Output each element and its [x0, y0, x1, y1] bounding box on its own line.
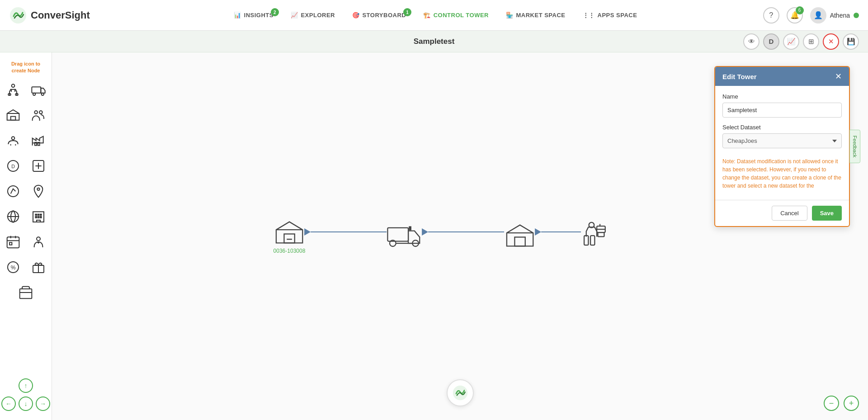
panel-footer: Cancel Save — [715, 200, 849, 226]
top-navigation: ConverSight 📊 INSIGHTS 2 📈 EXPLORER 🎯 ST… — [0, 0, 868, 31]
flow-node-worker[interactable] — [581, 221, 613, 252]
warehouse-icon[interactable] — [3, 105, 23, 125]
box-location-icon[interactable] — [28, 181, 48, 201]
svg-rect-38 — [598, 232, 604, 236]
growth-icon[interactable] — [3, 181, 23, 201]
medical-icon[interactable] — [28, 156, 48, 176]
user-name: Athena — [830, 12, 850, 19]
svg-point-17 — [37, 188, 39, 190]
save-button-header[interactable]: 💾 — [843, 33, 859, 50]
logo-text: ConverSight — [31, 9, 90, 21]
save-icon: 💾 — [847, 38, 855, 46]
notification-button[interactable]: 🔔 6 — [787, 7, 803, 24]
worker-icon[interactable] — [3, 80, 23, 100]
engineer-icon[interactable] — [28, 232, 48, 252]
notification-badge: 6 — [796, 6, 804, 14]
logo-bubble — [447, 379, 474, 406]
dataset-select[interactable]: CheapJoes — [722, 133, 842, 148]
warehouse2-icon — [504, 222, 536, 249]
chart-icon: 📈 — [787, 38, 796, 46]
control-tower-icon: 🏗️ — [423, 12, 431, 19]
nav-up-button[interactable]: ↑ — [19, 378, 33, 393]
svg-text:%: % — [11, 264, 16, 271]
svg-rect-22 — [9, 242, 12, 245]
nav-item-market-space[interactable]: 🏪 MARKET SPACE — [499, 9, 573, 21]
factory-icon[interactable] — [28, 131, 48, 151]
panel-close-button[interactable]: ✕ — [835, 72, 842, 80]
nav-right-button[interactable]: → — [36, 396, 50, 411]
nav-item-control-tower[interactable]: 🏗️ CONTROL TOWER — [416, 9, 496, 21]
table-icon: ⊞ — [808, 38, 814, 46]
nav-left-button[interactable]: ← — [1, 396, 16, 411]
nav-item-apps-space[interactable]: ⋮⋮ APPS SPACE — [576, 9, 645, 21]
svg-rect-11 — [35, 142, 37, 146]
truck-node-icon — [387, 222, 423, 249]
up-arrow-icon: ↑ — [24, 382, 28, 389]
feedback-label: Feedback — [852, 136, 858, 157]
close-button[interactable]: ✕ — [823, 33, 839, 50]
flow-node-warehouse2[interactable] — [504, 222, 536, 251]
name-label: Name — [722, 93, 842, 100]
svg-rect-21 — [7, 237, 19, 248]
canvas-area[interactable]: 0036-103008 — [52, 52, 868, 420]
nav-item-insights[interactable]: 📊 INSIGHTS 2 — [226, 9, 281, 21]
d-button[interactable]: D — [763, 33, 779, 50]
edit-tower-panel: Edit Tower ✕ Name Select Dataset CheapJo… — [714, 66, 850, 227]
cancel-button[interactable]: Cancel — [772, 206, 807, 221]
name-field: Name — [722, 93, 842, 118]
name-input[interactable] — [722, 103, 842, 118]
hand-icon[interactable] — [3, 131, 23, 151]
flow-arrow-1 — [305, 228, 387, 236]
explorer-icon: 📈 — [291, 12, 298, 19]
warehouse1-label: 0036-103008 — [274, 248, 306, 254]
nav-right: ? 🔔 6 👤 Athena — [763, 7, 859, 24]
table-button[interactable]: ⊞ — [803, 33, 819, 50]
svg-rect-32 — [410, 227, 411, 230]
building-icon[interactable] — [28, 207, 48, 227]
flow-node-truck[interactable] — [387, 222, 423, 251]
calendar-icon[interactable] — [3, 232, 23, 252]
logo-icon — [9, 6, 27, 24]
flow-node-warehouse1[interactable]: 0036-103008 — [274, 219, 306, 254]
main-layout: Drag icon to create Node — [0, 52, 868, 420]
team-icon[interactable] — [28, 105, 48, 125]
market-space-icon: 🏪 — [506, 12, 514, 19]
svg-point-9 — [39, 111, 42, 114]
eye-button[interactable]: 👁 — [743, 33, 760, 50]
user-area[interactable]: 👤 Athena — [810, 7, 859, 24]
chart-button[interactable]: 📈 — [783, 33, 799, 50]
truck-icon[interactable] — [28, 80, 48, 100]
subtitle-actions: 👁 D 📈 ⊞ ✕ 💾 — [743, 33, 859, 50]
feedback-tab[interactable]: Feedback — [849, 130, 860, 163]
storyboard-icon: 🎯 — [352, 12, 360, 19]
dealer-icon[interactable]: D — [3, 156, 23, 176]
global-icon[interactable] — [3, 207, 23, 227]
percent-icon[interactable]: % — [3, 257, 23, 277]
apps-space-icon: ⋮⋮ — [583, 12, 595, 19]
building3-icon[interactable] — [16, 283, 36, 302]
worker-node-icon — [581, 221, 613, 250]
nav-controls: ↑ ← ↓ → — [0, 374, 52, 415]
nav-horizontal-row: ← ↓ → — [1, 396, 50, 411]
nav-label-apps-space: APPS SPACE — [598, 12, 637, 19]
nav-down-button[interactable]: ↓ — [19, 396, 33, 411]
nav-label-explorer: EXPLORER — [301, 12, 335, 19]
down-arrow-icon: ↓ — [24, 400, 28, 407]
help-button[interactable]: ? — [763, 7, 779, 24]
save-button[interactable]: Save — [812, 206, 842, 221]
flow-arrow-3 — [536, 228, 581, 236]
logo-area[interactable]: ConverSight — [9, 6, 90, 24]
sidebar: Drag icon to create Node — [0, 52, 52, 420]
user-status-dot — [854, 13, 859, 18]
zoom-in-button[interactable]: + — [844, 396, 859, 411]
svg-point-23 — [37, 237, 40, 241]
gift-icon[interactable] — [28, 257, 48, 277]
nav-item-storyboard[interactable]: 🎯 STORYBOARD 1 — [345, 9, 413, 21]
left-arrow-icon: ← — [5, 400, 12, 407]
zoom-out-button[interactable]: − — [824, 396, 839, 411]
zoom-in-icon: + — [849, 399, 854, 408]
nav-item-explorer[interactable]: 📈 EXPLORER — [283, 9, 342, 21]
svg-rect-28 — [284, 234, 294, 243]
svg-point-10 — [12, 137, 15, 140]
svg-rect-4 — [32, 87, 41, 93]
